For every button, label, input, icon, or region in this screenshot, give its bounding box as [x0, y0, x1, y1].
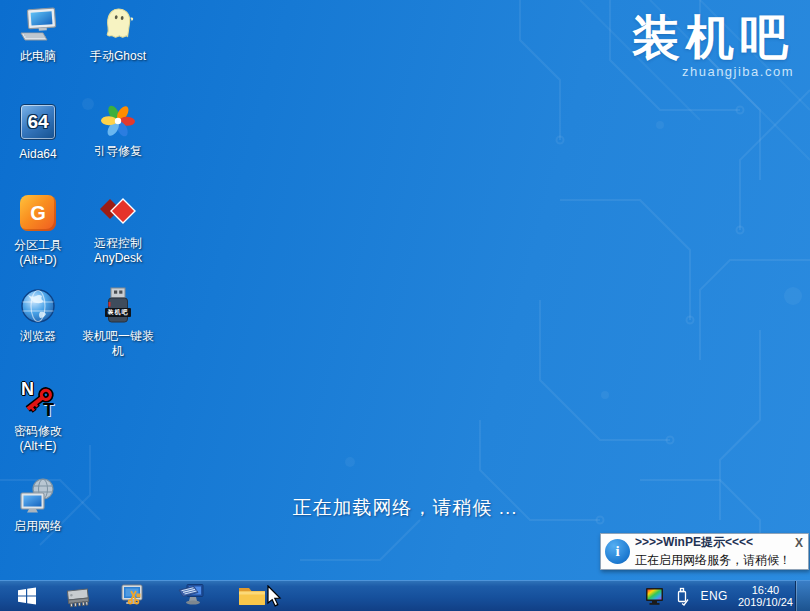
desktop-icon-label: 密码修改(Alt+E)	[0, 424, 76, 454]
taskbar-screenshot-tool-button[interactable]	[114, 581, 150, 611]
screenshot-tool-icon	[119, 583, 145, 609]
taskbar-file-explorer-button[interactable]	[232, 581, 272, 611]
windows-logo-icon	[16, 585, 38, 607]
desktop-icon-label: 此电脑	[0, 49, 76, 64]
desktop-icon-password-reset[interactable]: N T 密码修改(Alt+E)	[0, 381, 76, 454]
language-indicator[interactable]: ENG	[700, 589, 728, 603]
desktop-icon-manual-ghost[interactable]: 手动Ghost	[80, 6, 156, 64]
system-tray: ENG 16:40 2019/10/24	[645, 581, 793, 611]
browser-globe-icon	[18, 286, 58, 326]
desktop-icon-label: 浏览器	[0, 329, 76, 344]
ghost-icon	[98, 6, 138, 46]
desktop-icon-boot-repair[interactable]: 引导修复	[80, 101, 156, 159]
taskbar: ENG 16:40 2019/10/24	[0, 580, 810, 611]
notification-title: >>>>WinPE提示<<<<	[635, 534, 753, 551]
usb-drive-icon	[98, 286, 138, 326]
start-button[interactable]	[8, 581, 46, 611]
show-desktop-button[interactable]	[795, 581, 810, 611]
desktop-icon-this-pc[interactable]: 此电脑	[0, 6, 76, 64]
nt-password-icon: N T	[18, 381, 58, 421]
desktop-icon-browser[interactable]: 浏览器	[0, 286, 76, 344]
desktop-icon-label: 启用网络	[0, 519, 76, 534]
notification-message: 正在启用网络服务，请稍候！	[635, 552, 805, 569]
desktop-icon-label: 装机吧一键装机	[80, 329, 156, 359]
desktop-icon-label: 引导修复	[80, 144, 156, 159]
tray-clock[interactable]: 16:40 2019/10/24	[738, 584, 793, 609]
desktop-icon-label: 手动Ghost	[80, 49, 156, 64]
desktop-icon-label: Aida64	[0, 147, 76, 162]
tray-time: 16:40	[738, 584, 793, 597]
anydesk-icon	[98, 193, 138, 233]
desktop-icon-label: 分区工具(Alt+D)	[0, 238, 76, 268]
diskgenius-icon: G	[20, 195, 56, 231]
desktop-icon-aida64[interactable]: 64 Aida64	[0, 101, 76, 162]
computer-keyboard-icon	[177, 583, 205, 609]
winpe-desktop[interactable]: 此电脑 手动Ghost 64 Aida64	[0, 0, 810, 611]
tray-date: 2019/10/24	[738, 596, 793, 609]
loading-status-text: 正在加载网络，请稍候 ...	[0, 495, 810, 521]
logo-title: 装机吧	[632, 12, 794, 64]
info-icon: i	[605, 539, 630, 564]
winpe-notification-popup: i >>>>WinPE提示<<<< X 正在启用网络服务，请稍候！	[600, 533, 809, 570]
aida64-icon: 64	[20, 104, 56, 140]
logo-subtitle: zhuangjiba.com	[632, 64, 794, 79]
desktop-icon-anydesk[interactable]: 远程控制AnyDesk	[80, 193, 156, 266]
desktop-icon-label: 远程控制AnyDesk	[80, 236, 156, 266]
usb-drive-label: 装机吧	[105, 308, 131, 317]
memory-chip-icon	[64, 584, 92, 608]
boot-repair-icon	[98, 101, 138, 141]
this-pc-icon	[18, 6, 58, 46]
display-settings-tray-icon[interactable]	[645, 587, 664, 606]
notification-close-button[interactable]: X	[793, 536, 805, 550]
desktop-icon-partition-tool[interactable]: G 分区工具(Alt+D)	[0, 193, 76, 268]
taskbar-computer-keyboard-button[interactable]	[172, 581, 210, 611]
zhuangjiba-logo: 装机吧 zhuangjiba.com	[632, 12, 794, 79]
taskbar-memory-tool-button[interactable]	[60, 581, 96, 611]
safely-remove-usb-tray-icon[interactable]	[674, 587, 690, 606]
folder-icon	[237, 583, 267, 609]
desktop-icon-zhuangjiba-installer[interactable]: 装机吧 装机吧一键装机	[80, 286, 156, 359]
